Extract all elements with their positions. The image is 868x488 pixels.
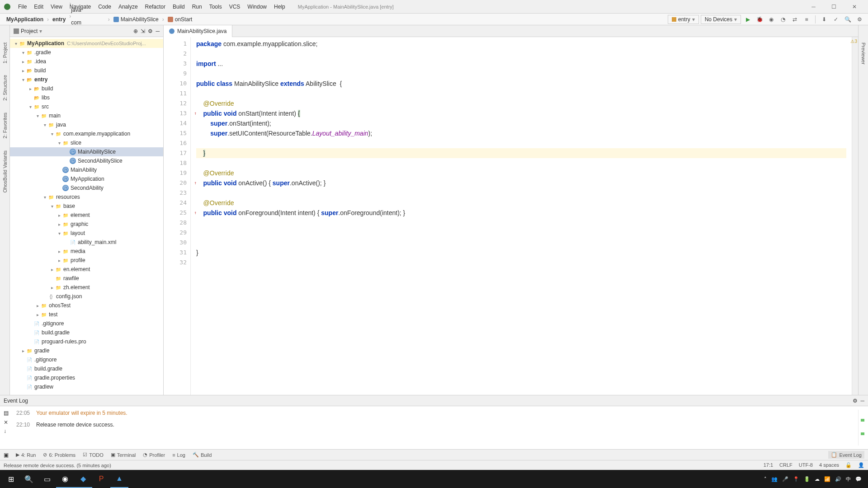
code-line[interactable] xyxy=(196,228,846,238)
tree-root[interactable]: ▾ 📁 MyApplication C:\Users\moon\DevEcoSt… xyxy=(10,39,163,48)
code-line[interactable]: @Override xyxy=(196,99,846,108)
code-editor[interactable]: package com.example.myapplication.slice;… xyxy=(191,37,852,395)
line-number[interactable]: 31 xyxy=(164,248,190,258)
profile-button[interactable]: ◔ xyxy=(778,14,788,24)
tree-row[interactable]: ▸📁zh.element xyxy=(10,283,163,292)
code-line[interactable] xyxy=(196,89,846,99)
tree-row[interactable]: ▸📂build xyxy=(10,66,163,75)
notifications-icon[interactable]: 👤 xyxy=(858,462,864,468)
code-line[interactable] xyxy=(196,138,846,148)
line-number[interactable]: 17 xyxy=(164,148,190,158)
tree-row[interactable]: ▸📁.idea xyxy=(10,57,163,66)
tray-location-icon[interactable]: 📍 xyxy=(793,476,799,482)
breadcrumb-project[interactable]: MyApplication xyxy=(4,16,46,23)
tree-row[interactable]: 📄gradlew xyxy=(10,382,163,391)
hide-icon[interactable]: ─ xyxy=(156,28,160,34)
line-number[interactable]: 15 xyxy=(164,128,190,138)
debug-button[interactable]: 🐞 xyxy=(755,14,764,24)
vcs-commit-icon[interactable]: ✓ xyxy=(831,14,841,24)
line-number[interactable]: 11 xyxy=(164,89,190,99)
tray-onedrive-icon[interactable]: ☁ xyxy=(815,476,820,482)
tray-ime-icon[interactable]: 中 xyxy=(846,476,851,483)
bottom-tool-tab[interactable]: ◔Profiler xyxy=(143,452,165,458)
menu-build[interactable]: Build xyxy=(169,4,189,10)
line-number[interactable]: 13 xyxy=(164,108,190,118)
readonly-lock-icon[interactable]: 🔓 xyxy=(845,462,852,468)
tree-row[interactable]: ▾📁src xyxy=(10,102,163,111)
bottom-tool-tab[interactable]: ⊘6: Problems xyxy=(43,452,75,458)
tree-row[interactable]: 📄build.gradle xyxy=(10,328,163,337)
attach-button[interactable]: ⇄ xyxy=(790,14,800,24)
settings-icon[interactable]: ⚙ xyxy=(148,28,153,34)
line-number[interactable]: 18 xyxy=(164,158,190,168)
line-number[interactable]: 10 xyxy=(164,79,190,89)
bottom-tool-tab[interactable]: ☑TODO xyxy=(83,452,104,458)
line-number[interactable]: 32 xyxy=(164,258,190,267)
event-log-content[interactable]: 22:05Your emulator will expire in 5 minu… xyxy=(16,410,856,446)
code-line[interactable] xyxy=(196,158,846,168)
tree-row[interactable]: ▸📁media xyxy=(10,247,163,256)
line-separator[interactable]: CRLF xyxy=(779,462,793,468)
tray-volume-icon[interactable]: 🔊 xyxy=(835,476,841,482)
maximize-button[interactable]: ☐ xyxy=(824,0,844,14)
task-view-icon[interactable]: ▭ xyxy=(38,470,56,488)
tree-row[interactable]: 📄build.gradle xyxy=(10,364,163,373)
tray-wifi-icon[interactable]: 📶 xyxy=(824,476,830,482)
tree-row[interactable]: ▾📂entry xyxy=(10,75,163,84)
line-number[interactable]: 1 xyxy=(164,39,190,49)
code-line[interactable]: super.onStart(intent); xyxy=(196,118,846,128)
tree-row[interactable]: 📂libs xyxy=(10,93,163,102)
breadcrumb-segment[interactable]: com xyxy=(68,19,107,26)
stop-button[interactable]: ■ xyxy=(802,14,811,24)
code-line[interactable]: super.setUIContent(ResourceTable.Layout_… xyxy=(196,128,846,138)
tree-row[interactable]: ▾📁layout xyxy=(10,229,163,238)
breadcrumb-segment[interactable]: main xyxy=(68,0,107,0)
code-line[interactable] xyxy=(196,258,846,267)
indent-setting[interactable]: 4 spaces xyxy=(819,462,839,468)
left-tab[interactable]: 1: Project xyxy=(1,39,9,67)
line-number[interactable]: 12 xyxy=(164,99,190,108)
coverage-button[interactable]: ◉ xyxy=(766,14,776,24)
tree-row[interactable]: ⒸSecondAbilitySlice xyxy=(10,156,163,165)
tree-row[interactable]: 📄ability_main.xml xyxy=(10,238,163,247)
cursor-position[interactable]: 17:1 xyxy=(764,462,773,468)
tree-row[interactable]: 📄proguard-rules.pro xyxy=(10,337,163,346)
tree-row[interactable]: ▾📁resources xyxy=(10,192,163,202)
event-log-tab[interactable]: 📋 Event Log xyxy=(828,451,864,459)
menu-refactor[interactable]: Refactor xyxy=(142,4,169,10)
powerpoint-icon[interactable]: P xyxy=(92,470,110,488)
menu-vcs[interactable]: VCS xyxy=(226,4,244,10)
code-line[interactable]: @Override xyxy=(196,198,846,208)
tree-row[interactable]: ▾📁com.example.myapplication xyxy=(10,129,163,138)
breadcrumb-method[interactable]: onStart xyxy=(165,16,195,23)
search-icon[interactable]: 🔍 xyxy=(843,14,853,24)
line-number[interactable]: 14 xyxy=(164,118,190,128)
line-number[interactable]: 29 xyxy=(164,228,190,238)
tray-notifications-icon[interactable]: 💬 xyxy=(855,476,862,482)
search-icon[interactable]: 🔍 xyxy=(20,470,38,488)
harmonyos-icon[interactable]: ◆ xyxy=(74,470,92,488)
code-line[interactable] xyxy=(196,188,846,198)
tree-row[interactable]: ▸📁test xyxy=(10,310,163,319)
scroll-icon[interactable]: ↓ xyxy=(4,428,14,434)
breadcrumb-module[interactable]: entry xyxy=(50,16,68,23)
minimize-button[interactable]: ─ xyxy=(803,0,824,14)
warnings-indicator[interactable]: ⚠3 xyxy=(850,39,857,44)
code-line[interactable] xyxy=(196,238,846,248)
device-selector[interactable]: No Devices ▾ xyxy=(701,15,741,24)
line-number[interactable]: 9 xyxy=(164,69,190,79)
menu-analyze[interactable]: Analyze xyxy=(115,4,142,10)
expand-all-icon[interactable]: ⇲ xyxy=(141,28,145,34)
menu-help[interactable]: Help xyxy=(270,4,289,10)
select-opened-file-icon[interactable]: ⊕ xyxy=(133,28,138,34)
tree-row[interactable]: ▸📁gradle xyxy=(10,346,163,355)
tree-row[interactable]: ▸📁ohosTest xyxy=(10,301,163,310)
tree-row[interactable]: ⒸMainAbilitySlice xyxy=(10,147,163,156)
file-encoding[interactable]: UTF-8 xyxy=(799,462,813,468)
log-entry[interactable]: 22:10Release remote device success. xyxy=(16,422,856,428)
line-number[interactable]: 2 xyxy=(164,49,190,59)
tree-row[interactable]: ▸📁graphic xyxy=(10,220,163,229)
tray-people-icon[interactable]: 👥 xyxy=(771,476,778,482)
tree-row[interactable]: ▾📁slice xyxy=(10,138,163,147)
code-line[interactable]: package com.example.myapplication.slice; xyxy=(196,39,846,49)
